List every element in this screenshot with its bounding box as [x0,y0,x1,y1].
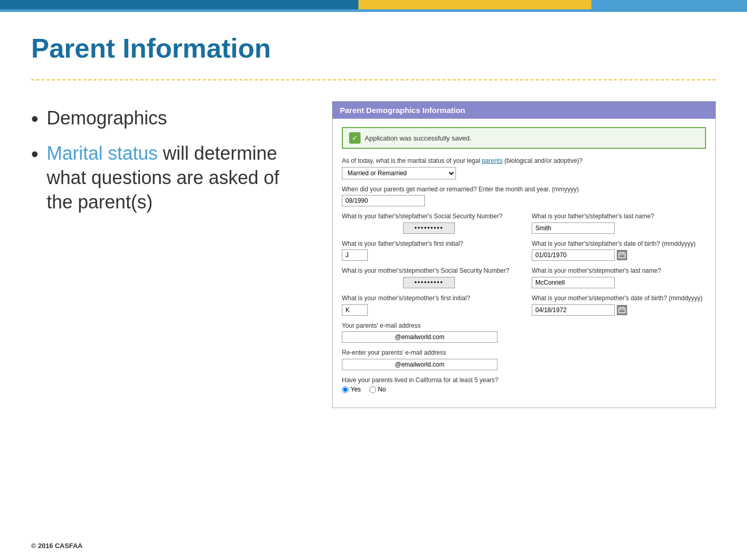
bullet-list: Demographics Marital status will determi… [31,106,301,214]
list-item-demographics: Demographics [31,106,301,131]
email-input[interactable] [342,331,497,343]
father-lastname-col: What is your father's/stepfather's last … [532,213,706,234]
mother-row: What is your mother's/stepmother's Socia… [342,267,706,288]
mother-ssn-field [342,277,516,288]
father-dob-input[interactable] [532,249,615,261]
father-initial-col: What is your father's/stepfather's first… [342,240,516,261]
success-message-box: ✓ Application was successfully saved. [342,127,706,149]
father-lastname-label: What is your father's/stepfather's last … [532,213,706,221]
father-ssn-input[interactable] [403,222,455,234]
mother-ssn-label: What is your mother's/stepmother's Socia… [342,267,516,275]
father-initial-dob-row: What is your father's/stepfather's first… [342,240,706,261]
california-yes-option[interactable]: Yes [342,386,361,393]
svg-rect-0 [619,253,625,258]
marital-status-label: As of today, what is the marital status … [342,157,706,165]
california-no-radio[interactable] [369,386,376,393]
mother-dob-label: What is your mother's/stepmother's date … [532,295,706,303]
mother-lastname-label: What is your mother's/stepmother's last … [532,267,706,275]
marital-status-group: As of today, what is the marital status … [342,157,706,179]
form-body: ✓ Application was successfully saved. As… [333,119,715,408]
list-item-marital: Marital status will determine what quest… [31,142,301,214]
marriage-date-label: When did your parents get married or rem… [342,186,706,194]
copyright: © 2016 CASFAA [31,542,82,550]
mother-initial-col: What is your mother's/stepmother's first… [342,295,516,316]
mother-initial-label: What is your mother's/stepmother's first… [342,295,516,303]
california-label: Have your parents lived in California fo… [342,376,706,385]
email-group: Your parents' e-mail address [342,322,706,343]
mother-dob-row [532,304,706,316]
email-reenter-group: Re-enter your parents' e-mail address [342,349,706,370]
svg-rect-4 [619,307,625,313]
mother-dob-col: What is your mother's/stepmother's date … [532,295,706,316]
success-text: Application was successfully saved. [365,134,472,142]
bullet-text-marital: Marital status will determine what quest… [47,142,301,214]
california-yes-label: Yes [351,386,361,393]
footer: © 2016 CASFAA [31,542,82,550]
marital-status-select[interactable]: Married or Remarried Single Separated Di… [342,167,456,179]
father-dob-row [532,249,706,261]
mother-ssn-input[interactable] [403,277,455,288]
father-lastname-input[interactable] [532,222,615,234]
email-reenter-input[interactable] [342,359,497,370]
right-panel: Parent Demographics Information ✓ Applic… [332,101,716,408]
form-header: Parent Demographics Information [333,102,715,119]
mother-initial-dob-row: What is your mother's/stepmother's first… [342,295,706,316]
marriage-date-group: When did your parents get married or rem… [342,186,706,207]
success-icon: ✓ [349,132,361,144]
form-container: Parent Demographics Information ✓ Applic… [332,101,716,408]
father-dob-col: What is your father's/stepfather's date … [532,240,706,261]
father-ssn-label: What is your father's/stepfather's Socia… [342,213,516,221]
mother-dob-calendar-icon[interactable] [617,305,627,315]
california-radio-group: Yes No [342,386,706,393]
mother-dob-input[interactable] [532,304,615,316]
email-label: Your parents' e-mail address [342,322,706,330]
form-title: Parent Demographics Information [340,106,465,115]
left-panel: Demographics Marital status will determi… [31,101,301,408]
father-dob-label: What is your father's/stepfather's date … [532,240,706,248]
father-initial-input[interactable] [342,249,368,261]
father-ssn-field [342,222,516,234]
mother-ssn-col: What is your mother's/stepmother's Socia… [342,267,516,288]
mother-lastname-col: What is your mother's/stepmother's last … [532,267,706,288]
section-divider [31,79,716,80]
father-dob-calendar-icon[interactable] [617,250,627,260]
california-no-option[interactable]: No [369,386,386,393]
california-yes-radio[interactable] [342,386,349,393]
father-initial-label: What is your father's/stepfather's first… [342,240,516,248]
marriage-date-input[interactable] [342,195,425,206]
highlight-marital: Marital status [47,143,158,164]
california-no-label: No [378,386,386,393]
father-ssn-col: What is your father's/stepfather's Socia… [342,213,516,234]
mother-initial-input[interactable] [342,304,368,316]
page-title: Parent Information [31,33,716,64]
bullet-text-demographics: Demographics [47,106,167,131]
parents-link[interactable]: parents [482,157,503,164]
mother-lastname-input[interactable] [532,277,615,288]
father-row: What is your father's/stepfather's Socia… [342,213,706,234]
email-reenter-label: Re-enter your parents' e-mail address [342,349,706,357]
california-group: Have your parents lived in California fo… [342,376,706,394]
